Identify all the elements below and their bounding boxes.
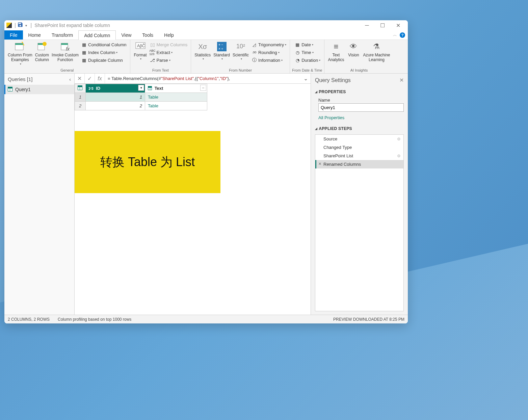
window-title: SharePoint list expand table column [34,23,110,28]
status-columns-rows: 2 COLUMNS, 2 ROWS [8,317,50,322]
svg-rect-1 [15,43,23,45]
column-header-text[interactable]: Text ↔ [145,84,207,93]
format-button[interactable]: AβČ Format▾ [132,41,149,61]
duration-button[interactable]: ◔Duration▾ [293,57,322,63]
svg-rect-6 [61,43,68,45]
menu-file[interactable]: File [4,30,23,40]
type-number-icon: 1²3 [88,87,93,90]
parse-button[interactable]: ⎇Parse▾ [149,57,189,63]
merge-columns-button[interactable]: ▯▯Merge Columns [149,41,189,48]
trigonometry-button[interactable]: ◿Trigonometry▾ [250,41,288,48]
extract-button[interactable]: ABC123Extract▾ [149,49,189,56]
rounding-button[interactable]: .00Rounding▾ [250,49,288,56]
step-item[interactable]: Renamed Columns [315,160,403,168]
duplicate-column-button[interactable]: ▦Duplicate Column [80,57,128,63]
custom-column-icon [36,41,47,52]
qat-dropdown-icon[interactable]: ▾ [25,24,27,27]
formula-bar: ✕ ✓ fx = Table.RenameColumns(#"SharePoin… [75,74,311,84]
filter-dropdown-icon[interactable]: ▾ [138,85,144,91]
standard-button[interactable]: + −× ÷ Standard▾ [212,41,231,61]
queries-pane: Queries [1] ‹ Query1 [4,74,75,315]
applied-steps-section[interactable]: ◢APPLIED STEPS [315,126,404,131]
name-label: Name [318,98,404,103]
vision-icon: 👁 [348,41,359,52]
maximize-button[interactable]: ☐ [375,20,390,30]
properties-section[interactable]: ◢PROPERTIES [315,89,404,94]
collapse-ribbon-icon[interactable]: ︿ [393,32,397,38]
menu-home[interactable]: Home [23,30,46,40]
commit-formula-button[interactable]: ✓ [85,74,95,83]
ribbon: Column From Examples▾ Custom Column fx I… [4,40,408,74]
svg-text:fx: fx [66,46,70,52]
status-profiling: Column profiling based on top 1000 rows [58,317,131,322]
invoke-custom-function-button[interactable]: fx Invoke Custom Function [50,41,80,63]
step-item[interactable]: Changed Type [315,143,403,152]
conditional-column-button[interactable]: ▦Conditional Column [80,41,128,48]
menu-help[interactable]: Help [159,30,179,40]
table-icon [8,87,13,92]
vision-button[interactable]: 👁 Vision [345,41,362,58]
save-icon[interactable] [17,22,23,29]
minimize-button[interactable]: ─ [359,20,375,30]
standard-icon: + −× ÷ [216,41,227,52]
time-button[interactable]: ◷Time▾ [293,49,322,56]
main-area: ✕ ✓ fx = Table.RenameColumns(#"SharePoin… [75,74,311,315]
svg-text:+ −: + − [218,43,223,47]
duration-icon: ◔ [295,57,300,63]
table-row[interactable]: 2 2 Table [75,102,207,110]
column-header-id[interactable]: 1²3 ID ▾ [86,84,145,93]
extract-icon: ABC123 [150,50,155,55]
column-from-examples-icon [15,41,25,52]
invoke-custom-function-icon: fx [60,41,71,52]
settings-title: Query Settings [315,77,351,83]
merge-columns-icon: ▯▯ [150,42,155,47]
conditional-column-icon: ▦ [81,42,87,47]
cancel-formula-button[interactable]: ✕ [75,74,85,83]
close-settings-icon[interactable]: ✕ [399,77,404,83]
expand-formula-icon[interactable]: ⌄ [300,74,311,83]
fx-icon[interactable]: fx [95,74,105,83]
gear-icon[interactable]: ⚙ [397,154,401,158]
select-all-header[interactable] [75,84,86,93]
date-icon: ▦ [295,42,300,47]
statistics-button[interactable]: Χσ Statistics▾ [193,41,212,61]
expand-column-icon[interactable]: ↔ [200,85,206,91]
column-from-examples-button[interactable]: Column From Examples▾ [6,41,34,66]
format-icon: AβČ [135,41,146,52]
menu-view[interactable]: View [116,30,137,40]
index-column-button[interactable]: ▦Index Column▾ [80,49,128,56]
rounding-icon: .00 [252,50,257,55]
svg-text:× ÷: × ÷ [218,47,223,51]
scientific-icon: 10² [235,41,246,52]
all-properties-link[interactable]: All Properties [318,115,404,120]
query-settings-pane: Query Settings ✕ ◢PROPERTIES Name All Pr… [311,74,408,315]
titlebar: | ▾ | SharePoint list expand table colum… [4,20,408,30]
information-button[interactable]: ⓘInformation▾ [250,57,288,63]
text-analytics-button[interactable]: ≡ Text Analytics [326,41,345,63]
menu-transform[interactable]: Transform [46,30,78,40]
table-icon [148,86,152,91]
step-item[interactable]: SharePoint List⚙ [315,152,403,160]
gear-icon[interactable]: ⚙ [397,137,401,141]
index-column-icon: ▦ [81,50,87,55]
azure-ml-button[interactable]: ⚗ Azure Machine Learning [362,41,391,63]
formula-input[interactable]: = Table.RenameColumns(#"SharePoint List"… [105,74,300,83]
menu-tools[interactable]: Tools [137,30,159,40]
applied-steps-list: Source⚙ Changed Type SharePoint List⚙ Re… [315,134,404,311]
table-row[interactable]: 1 1 Table [75,93,207,102]
information-icon: ⓘ [252,57,257,63]
close-button[interactable]: ✕ [390,20,406,30]
collapse-queries-icon[interactable]: ‹ [69,76,71,82]
statistics-icon: Χσ [197,41,208,52]
text-analytics-icon: ≡ [331,41,341,52]
query-item[interactable]: Query1 [4,85,74,94]
step-item[interactable]: Source⚙ [315,135,403,143]
app-icon [6,23,12,28]
scientific-button[interactable]: 10² Scientific▾ [231,41,250,61]
date-button[interactable]: ▦Date▾ [293,41,322,48]
status-preview-time: PREVIEW DOWNLOADED AT 8:25 PM [333,317,404,322]
query-name-input[interactable] [318,103,404,112]
help-icon[interactable]: ? [400,32,405,38]
menu-add-column[interactable]: Add Column [78,30,116,40]
custom-column-button[interactable]: Custom Column [34,41,50,63]
